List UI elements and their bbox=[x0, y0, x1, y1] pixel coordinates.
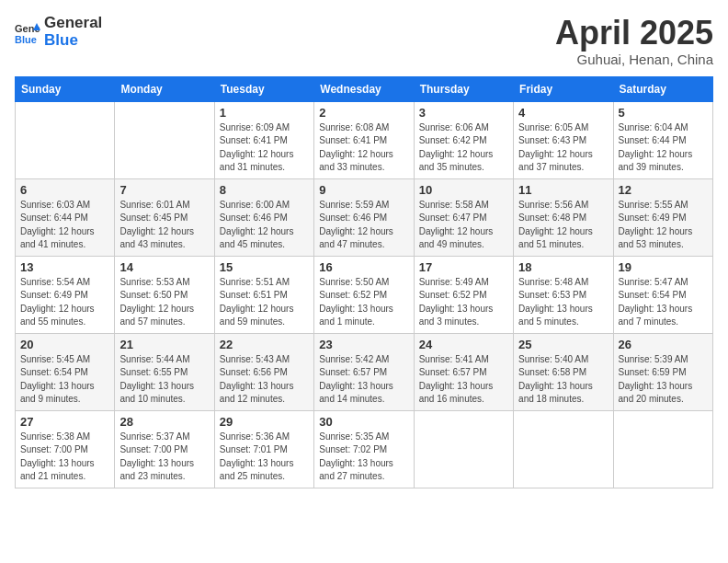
day-number: 26 bbox=[619, 338, 708, 351]
weekday-header-friday: Friday bbox=[514, 76, 613, 101]
day-number: 11 bbox=[518, 183, 608, 197]
weekday-header-sunday: Sunday bbox=[16, 76, 115, 101]
day-number: 16 bbox=[319, 260, 408, 274]
day-number: 23 bbox=[319, 338, 408, 351]
page-header: General Blue General Blue April 2025 Guh… bbox=[15, 15, 713, 67]
day-info: Sunrise: 5:51 AM Sunset: 6:51 PM Dayligh… bbox=[220, 276, 309, 329]
day-number: 28 bbox=[119, 415, 209, 429]
day-info: Sunrise: 5:53 AM Sunset: 6:50 PM Dayligh… bbox=[119, 276, 209, 329]
day-info: Sunrise: 5:42 AM Sunset: 6:57 PM Dayligh… bbox=[319, 353, 408, 407]
day-info: Sunrise: 5:43 AM Sunset: 6:56 PM Dayligh… bbox=[220, 353, 309, 407]
calendar-cell: 18Sunrise: 5:48 AM Sunset: 6:53 PM Dayli… bbox=[514, 256, 613, 333]
day-number: 3 bbox=[419, 106, 508, 120]
day-number: 27 bbox=[20, 415, 109, 429]
calendar-cell bbox=[414, 410, 513, 488]
day-info: Sunrise: 5:47 AM Sunset: 6:54 PM Dayligh… bbox=[619, 276, 708, 329]
day-info: Sunrise: 5:39 AM Sunset: 6:59 PM Dayligh… bbox=[619, 353, 708, 407]
day-info: Sunrise: 5:49 AM Sunset: 6:52 PM Dayligh… bbox=[419, 276, 508, 329]
calendar-week-2: 6Sunrise: 6:03 AM Sunset: 6:44 PM Daylig… bbox=[16, 178, 713, 256]
svg-text:Blue: Blue bbox=[15, 34, 37, 45]
calendar-cell: 29Sunrise: 5:36 AM Sunset: 7:01 PM Dayli… bbox=[214, 410, 313, 488]
weekday-header-tuesday: Tuesday bbox=[214, 76, 313, 101]
day-number: 12 bbox=[619, 183, 708, 197]
day-info: Sunrise: 5:36 AM Sunset: 7:01 PM Dayligh… bbox=[220, 431, 309, 484]
day-number: 10 bbox=[419, 183, 508, 197]
calendar-cell bbox=[613, 410, 712, 488]
day-info: Sunrise: 6:00 AM Sunset: 6:46 PM Dayligh… bbox=[220, 199, 309, 252]
day-number: 25 bbox=[518, 338, 608, 351]
calendar-cell bbox=[115, 101, 214, 178]
calendar-cell: 27Sunrise: 5:38 AM Sunset: 7:00 PM Dayli… bbox=[16, 410, 115, 488]
calendar-cell: 5Sunrise: 6:04 AM Sunset: 6:44 PM Daylig… bbox=[613, 101, 712, 178]
calendar-cell: 9Sunrise: 5:59 AM Sunset: 6:46 PM Daylig… bbox=[314, 178, 414, 256]
day-info: Sunrise: 6:04 AM Sunset: 6:44 PM Dayligh… bbox=[619, 121, 708, 175]
day-info: Sunrise: 5:41 AM Sunset: 6:57 PM Dayligh… bbox=[419, 353, 508, 407]
calendar-cell bbox=[514, 410, 613, 488]
calendar-title: April 2025 bbox=[555, 15, 713, 52]
calendar-cell: 7Sunrise: 6:01 AM Sunset: 6:45 PM Daylig… bbox=[115, 178, 214, 256]
day-number: 13 bbox=[20, 260, 109, 274]
day-number: 2 bbox=[319, 106, 408, 120]
day-info: Sunrise: 5:56 AM Sunset: 6:48 PM Dayligh… bbox=[518, 199, 608, 252]
calendar-cell: 25Sunrise: 5:40 AM Sunset: 6:58 PM Dayli… bbox=[514, 333, 613, 410]
calendar-cell: 20Sunrise: 5:45 AM Sunset: 6:54 PM Dayli… bbox=[16, 333, 115, 410]
day-info: Sunrise: 6:06 AM Sunset: 6:42 PM Dayligh… bbox=[419, 121, 508, 175]
logo-blue-text: Blue bbox=[44, 32, 102, 50]
calendar-table: SundayMondayTuesdayWednesdayThursdayFrid… bbox=[15, 76, 713, 488]
calendar-cell: 22Sunrise: 5:43 AM Sunset: 6:56 PM Dayli… bbox=[214, 333, 313, 410]
calendar-week-3: 13Sunrise: 5:54 AM Sunset: 6:49 PM Dayli… bbox=[16, 256, 713, 333]
weekday-header-wednesday: Wednesday bbox=[314, 76, 414, 101]
calendar-cell: 16Sunrise: 5:50 AM Sunset: 6:52 PM Dayli… bbox=[314, 256, 414, 333]
calendar-cell: 15Sunrise: 5:51 AM Sunset: 6:51 PM Dayli… bbox=[214, 256, 313, 333]
day-number: 8 bbox=[220, 183, 309, 197]
day-number: 9 bbox=[319, 183, 408, 197]
day-number: 15 bbox=[220, 260, 309, 274]
calendar-cell: 12Sunrise: 5:55 AM Sunset: 6:49 PM Dayli… bbox=[613, 178, 712, 256]
day-info: Sunrise: 5:35 AM Sunset: 7:02 PM Dayligh… bbox=[319, 431, 408, 484]
day-number: 20 bbox=[20, 338, 109, 351]
day-info: Sunrise: 6:05 AM Sunset: 6:43 PM Dayligh… bbox=[518, 121, 608, 175]
calendar-cell: 13Sunrise: 5:54 AM Sunset: 6:49 PM Dayli… bbox=[16, 256, 115, 333]
day-info: Sunrise: 5:50 AM Sunset: 6:52 PM Dayligh… bbox=[319, 276, 408, 329]
calendar-week-4: 20Sunrise: 5:45 AM Sunset: 6:54 PM Dayli… bbox=[16, 333, 713, 410]
calendar-cell: 23Sunrise: 5:42 AM Sunset: 6:57 PM Dayli… bbox=[314, 333, 414, 410]
title-area: April 2025 Guhuai, Henan, China bbox=[555, 15, 713, 67]
day-info: Sunrise: 5:38 AM Sunset: 7:00 PM Dayligh… bbox=[20, 431, 109, 484]
calendar-cell: 6Sunrise: 6:03 AM Sunset: 6:44 PM Daylig… bbox=[16, 178, 115, 256]
day-info: Sunrise: 6:09 AM Sunset: 6:41 PM Dayligh… bbox=[220, 121, 309, 175]
day-number: 1 bbox=[220, 106, 309, 120]
calendar-cell: 1Sunrise: 6:09 AM Sunset: 6:41 PM Daylig… bbox=[214, 101, 313, 178]
day-info: Sunrise: 5:55 AM Sunset: 6:49 PM Dayligh… bbox=[619, 199, 708, 252]
calendar-cell: 24Sunrise: 5:41 AM Sunset: 6:57 PM Dayli… bbox=[414, 333, 513, 410]
calendar-cell: 8Sunrise: 6:00 AM Sunset: 6:46 PM Daylig… bbox=[214, 178, 313, 256]
calendar-cell: 30Sunrise: 5:35 AM Sunset: 7:02 PM Dayli… bbox=[314, 410, 414, 488]
day-number: 29 bbox=[220, 415, 309, 429]
day-number: 17 bbox=[419, 260, 508, 274]
day-number: 14 bbox=[119, 260, 209, 274]
logo-icon: General Blue bbox=[15, 19, 40, 45]
logo-general-text: General bbox=[44, 15, 102, 32]
day-info: Sunrise: 6:03 AM Sunset: 6:44 PM Dayligh… bbox=[20, 199, 109, 252]
calendar-week-5: 27Sunrise: 5:38 AM Sunset: 7:00 PM Dayli… bbox=[16, 410, 713, 488]
logo: General Blue General Blue bbox=[15, 15, 102, 49]
day-info: Sunrise: 5:59 AM Sunset: 6:46 PM Dayligh… bbox=[319, 199, 408, 252]
day-number: 6 bbox=[20, 183, 109, 197]
calendar-cell: 21Sunrise: 5:44 AM Sunset: 6:55 PM Dayli… bbox=[115, 333, 214, 410]
calendar-cell: 14Sunrise: 5:53 AM Sunset: 6:50 PM Dayli… bbox=[115, 256, 214, 333]
day-info: Sunrise: 5:48 AM Sunset: 6:53 PM Dayligh… bbox=[518, 276, 608, 329]
day-info: Sunrise: 5:45 AM Sunset: 6:54 PM Dayligh… bbox=[20, 353, 109, 407]
day-info: Sunrise: 5:40 AM Sunset: 6:58 PM Dayligh… bbox=[518, 353, 608, 407]
day-number: 5 bbox=[619, 106, 708, 120]
calendar-week-1: 1Sunrise: 6:09 AM Sunset: 6:41 PM Daylig… bbox=[16, 101, 713, 178]
weekday-header-monday: Monday bbox=[115, 76, 214, 101]
calendar-cell: 26Sunrise: 5:39 AM Sunset: 6:59 PM Dayli… bbox=[613, 333, 712, 410]
calendar-cell: 19Sunrise: 5:47 AM Sunset: 6:54 PM Dayli… bbox=[613, 256, 712, 333]
day-number: 7 bbox=[119, 183, 209, 197]
calendar-subtitle: Guhuai, Henan, China bbox=[555, 52, 713, 67]
day-info: Sunrise: 5:54 AM Sunset: 6:49 PM Dayligh… bbox=[20, 276, 109, 329]
day-number: 30 bbox=[319, 415, 408, 429]
calendar-cell: 10Sunrise: 5:58 AM Sunset: 6:47 PM Dayli… bbox=[414, 178, 513, 256]
calendar-cell bbox=[16, 101, 115, 178]
calendar-cell: 28Sunrise: 5:37 AM Sunset: 7:00 PM Dayli… bbox=[115, 410, 214, 488]
day-number: 21 bbox=[119, 338, 209, 351]
